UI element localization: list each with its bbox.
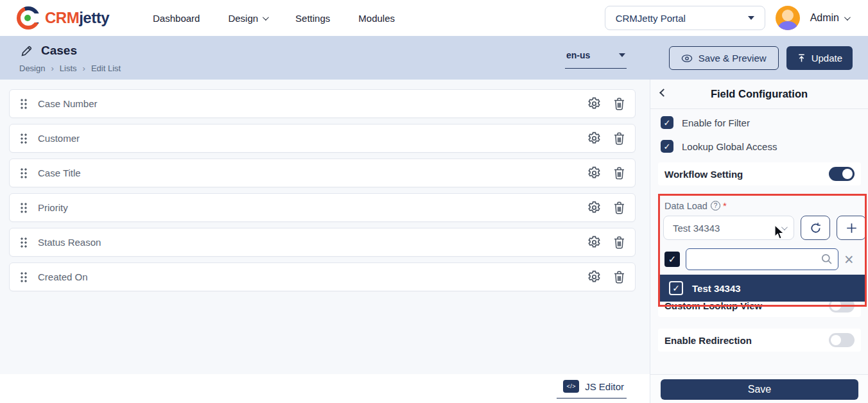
close-icon[interactable]: × [844, 252, 854, 268]
breadcrumb-item-edit-list[interactable]: Edit List [91, 64, 121, 73]
panel-title: Field Configuration [711, 88, 808, 100]
trash-icon[interactable] [612, 97, 626, 111]
chevron-down-icon [263, 14, 269, 21]
update-button[interactable]: Update [786, 46, 853, 70]
user-avatar[interactable] [776, 6, 800, 30]
chevron-down-icon [781, 224, 788, 230]
page-header: Cases Design › Lists › Edit List en-us S… [0, 36, 868, 80]
field-label: Case Number [38, 98, 98, 109]
enable-redirection-label: Enable Redirection [664, 335, 752, 346]
crmjetty-logo-icon [17, 6, 40, 30]
lookup-global-access-checkbox-row[interactable]: ✓ Lookup Global Access [661, 140, 777, 153]
trash-icon[interactable] [612, 236, 626, 250]
admin-menu[interactable]: Admin [810, 12, 849, 24]
field-row-customer[interactable]: Customer [9, 124, 636, 153]
save-preview-button[interactable]: Save & Preview [669, 46, 779, 70]
field-row-priority[interactable]: Priority [9, 193, 636, 222]
dropdown-option-test-34343[interactable]: ✓ Test 34343 [660, 275, 865, 302]
logo-text: CRMjetty [45, 9, 109, 27]
admin-label: Admin [810, 12, 839, 24]
save-button[interactable]: Save [661, 379, 858, 400]
trash-icon[interactable] [612, 201, 626, 215]
page-title: Cases [41, 44, 77, 58]
drag-handle-icon[interactable] [20, 98, 28, 109]
js-editor-button[interactable]: </> JS Editor [557, 380, 627, 399]
js-editor-label: JS Editor [585, 381, 624, 392]
language-select[interactable]: en-us [565, 50, 627, 69]
drag-handle-icon[interactable] [20, 237, 28, 248]
trash-icon[interactable] [612, 166, 626, 180]
update-label: Update [812, 53, 842, 64]
code-icon: </> [563, 380, 579, 393]
custom-lookup-view-label: Custom Lookup View [664, 300, 762, 311]
caret-down-icon [748, 16, 754, 20]
dropdown-search-input[interactable] [686, 248, 838, 270]
nav-item-modules[interactable]: Modules [358, 13, 395, 24]
top-navbar: CRMjetty Dashboard Design Settings Modul… [0, 0, 868, 36]
nav-item-dashboard[interactable]: Dashboard [153, 13, 200, 24]
required-asterisk: * [723, 200, 727, 211]
enable-redirection-row: Enable Redirection [658, 329, 861, 352]
breadcrumb-item-lists[interactable]: Lists [60, 64, 77, 73]
drag-handle-icon[interactable] [20, 133, 28, 144]
workflow-setting-toggle[interactable] [829, 167, 855, 181]
crmjetty-logo[interactable]: CRMjetty [17, 6, 109, 30]
back-chevron-icon[interactable] [659, 89, 668, 97]
language-value: en-us [566, 50, 590, 60]
add-button[interactable] [837, 216, 866, 240]
field-label: Priority [38, 202, 68, 213]
panel-footer: Save [650, 374, 868, 403]
drag-handle-icon[interactable] [20, 167, 28, 178]
nav-item-settings[interactable]: Settings [295, 13, 330, 24]
option-label: Test 34343 [692, 283, 741, 294]
trash-icon[interactable] [612, 132, 626, 146]
gear-icon[interactable] [587, 132, 601, 146]
field-row-case-title[interactable]: Case Title [9, 159, 636, 187]
portal-select[interactable]: CRMJetty Portal [605, 6, 765, 30]
checkbox-label: Enable for Filter [682, 117, 750, 128]
upload-icon [797, 53, 806, 63]
main-nav: Dashboard Design Settings Modules [153, 13, 395, 24]
checkbox-checked-icon[interactable]: ✓ [661, 116, 673, 129]
enable-redirection-toggle[interactable] [829, 333, 855, 347]
workflow-setting-label: Workflow Setting [664, 169, 743, 180]
field-label: Created On [38, 271, 88, 282]
footer-bar: </> JS Editor [0, 374, 650, 403]
gear-icon[interactable] [587, 97, 601, 111]
checkbox-checked-icon[interactable]: ✓ [661, 140, 673, 153]
select-all-checkbox[interactable]: ✓ [664, 252, 680, 267]
help-icon[interactable]: ? [711, 201, 720, 210]
breadcrumb: Design › Lists › Edit List [19, 64, 121, 73]
gear-icon[interactable] [587, 270, 601, 284]
nav-item-design[interactable]: Design [228, 13, 267, 24]
field-label: Status Reason [38, 237, 101, 248]
workflow-setting-row: Workflow Setting [658, 162, 861, 185]
field-row-created-on[interactable]: Created On [9, 262, 636, 291]
field-row-status-reason[interactable]: Status Reason [9, 228, 636, 257]
field-list-area: Case Number Customer Case Title Priority… [0, 80, 650, 374]
panel-header: Field Configuration [650, 80, 868, 109]
breadcrumb-item-design[interactable]: Design [19, 64, 45, 73]
gear-icon[interactable] [587, 166, 601, 180]
field-configuration-panel: Field Configuration ✓ Enable for Filter … [650, 80, 868, 403]
checkbox-label: Lookup Global Access [682, 141, 777, 152]
data-load-select[interactable]: Test 34343 [663, 216, 794, 240]
save-preview-label: Save & Preview [699, 53, 767, 64]
drag-handle-icon[interactable] [20, 202, 28, 213]
pencil-icon[interactable] [19, 44, 33, 58]
breadcrumb-separator: › [51, 64, 53, 73]
chevron-down-icon [844, 14, 851, 21]
option-checkbox-icon[interactable]: ✓ [669, 281, 683, 295]
gear-icon[interactable] [587, 201, 601, 215]
search-icon [820, 253, 833, 265]
gear-icon[interactable] [587, 236, 601, 250]
trash-icon[interactable] [612, 270, 626, 284]
field-row-case-number[interactable]: Case Number [9, 89, 636, 118]
data-load-label: Data Load ? * [664, 200, 727, 211]
field-label: Customer [38, 133, 80, 144]
caret-down-icon [619, 53, 625, 57]
enable-for-filter-checkbox-row[interactable]: ✓ Enable for Filter [661, 116, 750, 129]
refresh-button[interactable] [801, 216, 830, 240]
drag-handle-icon[interactable] [20, 271, 28, 282]
field-label: Case Title [38, 167, 81, 178]
